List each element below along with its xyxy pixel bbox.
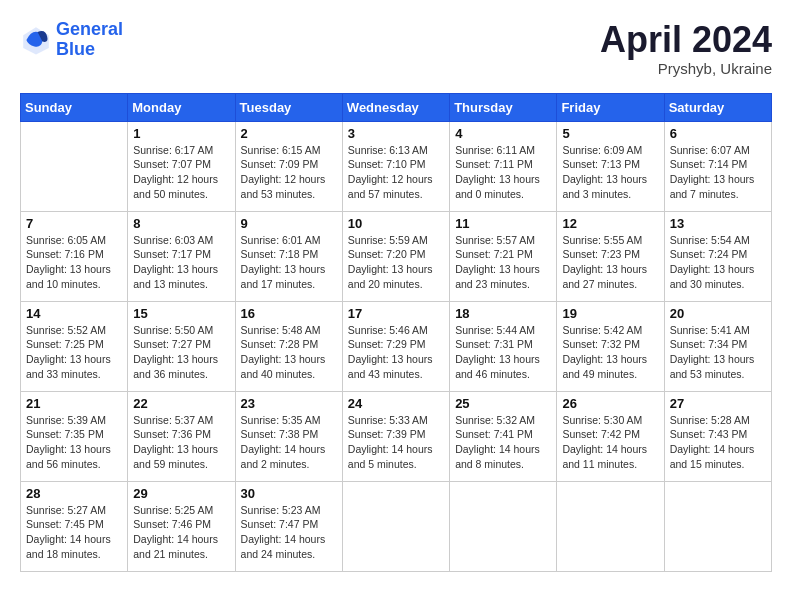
day-info: Sunrise: 5:59 AM Sunset: 7:20 PM Dayligh… (348, 233, 444, 292)
day-number: 28 (26, 486, 122, 501)
day-number: 14 (26, 306, 122, 321)
calendar-cell (342, 481, 449, 571)
day-number: 6 (670, 126, 766, 141)
day-number: 30 (241, 486, 337, 501)
day-number: 13 (670, 216, 766, 231)
calendar-cell: 24Sunrise: 5:33 AM Sunset: 7:39 PM Dayli… (342, 391, 449, 481)
day-info: Sunrise: 5:41 AM Sunset: 7:34 PM Dayligh… (670, 323, 766, 382)
calendar-cell (557, 481, 664, 571)
calendar-cell: 2Sunrise: 6:15 AM Sunset: 7:09 PM Daylig… (235, 121, 342, 211)
day-info: Sunrise: 5:46 AM Sunset: 7:29 PM Dayligh… (348, 323, 444, 382)
day-info: Sunrise: 5:33 AM Sunset: 7:39 PM Dayligh… (348, 413, 444, 472)
calendar-cell: 19Sunrise: 5:42 AM Sunset: 7:32 PM Dayli… (557, 301, 664, 391)
day-header-monday: Monday (128, 93, 235, 121)
calendar-cell: 3Sunrise: 6:13 AM Sunset: 7:10 PM Daylig… (342, 121, 449, 211)
day-header-thursday: Thursday (450, 93, 557, 121)
calendar-cell: 29Sunrise: 5:25 AM Sunset: 7:46 PM Dayli… (128, 481, 235, 571)
day-info: Sunrise: 5:23 AM Sunset: 7:47 PM Dayligh… (241, 503, 337, 562)
calendar-cell (664, 481, 771, 571)
day-info: Sunrise: 6:13 AM Sunset: 7:10 PM Dayligh… (348, 143, 444, 202)
calendar-cell: 25Sunrise: 5:32 AM Sunset: 7:41 PM Dayli… (450, 391, 557, 481)
day-number: 12 (562, 216, 658, 231)
day-number: 24 (348, 396, 444, 411)
day-number: 16 (241, 306, 337, 321)
calendar-cell: 4Sunrise: 6:11 AM Sunset: 7:11 PM Daylig… (450, 121, 557, 211)
day-info: Sunrise: 6:01 AM Sunset: 7:18 PM Dayligh… (241, 233, 337, 292)
day-info: Sunrise: 5:37 AM Sunset: 7:36 PM Dayligh… (133, 413, 229, 472)
day-number: 8 (133, 216, 229, 231)
day-number: 2 (241, 126, 337, 141)
day-number: 27 (670, 396, 766, 411)
logo-icon (20, 24, 52, 56)
calendar-cell: 27Sunrise: 5:28 AM Sunset: 7:43 PM Dayli… (664, 391, 771, 481)
day-number: 22 (133, 396, 229, 411)
calendar-cell: 23Sunrise: 5:35 AM Sunset: 7:38 PM Dayli… (235, 391, 342, 481)
day-number: 18 (455, 306, 551, 321)
logo-text: General Blue (56, 20, 123, 60)
day-number: 7 (26, 216, 122, 231)
calendar-cell: 15Sunrise: 5:50 AM Sunset: 7:27 PM Dayli… (128, 301, 235, 391)
day-info: Sunrise: 5:39 AM Sunset: 7:35 PM Dayligh… (26, 413, 122, 472)
day-number: 4 (455, 126, 551, 141)
day-info: Sunrise: 5:30 AM Sunset: 7:42 PM Dayligh… (562, 413, 658, 472)
calendar-cell: 5Sunrise: 6:09 AM Sunset: 7:13 PM Daylig… (557, 121, 664, 211)
day-info: Sunrise: 5:25 AM Sunset: 7:46 PM Dayligh… (133, 503, 229, 562)
day-info: Sunrise: 5:32 AM Sunset: 7:41 PM Dayligh… (455, 413, 551, 472)
calendar-cell: 28Sunrise: 5:27 AM Sunset: 7:45 PM Dayli… (21, 481, 128, 571)
logo: General Blue (20, 20, 123, 60)
calendar-header-row: SundayMondayTuesdayWednesdayThursdayFrid… (21, 93, 772, 121)
calendar-cell: 10Sunrise: 5:59 AM Sunset: 7:20 PM Dayli… (342, 211, 449, 301)
day-number: 19 (562, 306, 658, 321)
day-number: 21 (26, 396, 122, 411)
day-header-sunday: Sunday (21, 93, 128, 121)
page-header: General Blue April 2024 Pryshyb, Ukraine (20, 20, 772, 77)
calendar-cell: 6Sunrise: 6:07 AM Sunset: 7:14 PM Daylig… (664, 121, 771, 211)
calendar-cell: 17Sunrise: 5:46 AM Sunset: 7:29 PM Dayli… (342, 301, 449, 391)
day-number: 29 (133, 486, 229, 501)
week-row-2: 7Sunrise: 6:05 AM Sunset: 7:16 PM Daylig… (21, 211, 772, 301)
day-number: 20 (670, 306, 766, 321)
day-number: 17 (348, 306, 444, 321)
calendar-cell: 21Sunrise: 5:39 AM Sunset: 7:35 PM Dayli… (21, 391, 128, 481)
day-info: Sunrise: 5:52 AM Sunset: 7:25 PM Dayligh… (26, 323, 122, 382)
title-block: April 2024 Pryshyb, Ukraine (600, 20, 772, 77)
day-number: 23 (241, 396, 337, 411)
day-info: Sunrise: 6:17 AM Sunset: 7:07 PM Dayligh… (133, 143, 229, 202)
calendar-cell: 7Sunrise: 6:05 AM Sunset: 7:16 PM Daylig… (21, 211, 128, 301)
calendar-cell: 13Sunrise: 5:54 AM Sunset: 7:24 PM Dayli… (664, 211, 771, 301)
week-row-3: 14Sunrise: 5:52 AM Sunset: 7:25 PM Dayli… (21, 301, 772, 391)
day-number: 10 (348, 216, 444, 231)
day-info: Sunrise: 5:50 AM Sunset: 7:27 PM Dayligh… (133, 323, 229, 382)
day-number: 5 (562, 126, 658, 141)
day-header-saturday: Saturday (664, 93, 771, 121)
day-info: Sunrise: 5:42 AM Sunset: 7:32 PM Dayligh… (562, 323, 658, 382)
day-info: Sunrise: 5:48 AM Sunset: 7:28 PM Dayligh… (241, 323, 337, 382)
day-info: Sunrise: 5:27 AM Sunset: 7:45 PM Dayligh… (26, 503, 122, 562)
calendar-cell (21, 121, 128, 211)
calendar-table: SundayMondayTuesdayWednesdayThursdayFrid… (20, 93, 772, 572)
day-info: Sunrise: 6:11 AM Sunset: 7:11 PM Dayligh… (455, 143, 551, 202)
calendar-cell: 9Sunrise: 6:01 AM Sunset: 7:18 PM Daylig… (235, 211, 342, 301)
calendar-cell: 20Sunrise: 5:41 AM Sunset: 7:34 PM Dayli… (664, 301, 771, 391)
day-header-tuesday: Tuesday (235, 93, 342, 121)
day-number: 9 (241, 216, 337, 231)
day-info: Sunrise: 5:55 AM Sunset: 7:23 PM Dayligh… (562, 233, 658, 292)
day-info: Sunrise: 5:54 AM Sunset: 7:24 PM Dayligh… (670, 233, 766, 292)
week-row-1: 1Sunrise: 6:17 AM Sunset: 7:07 PM Daylig… (21, 121, 772, 211)
location-subtitle: Pryshyb, Ukraine (600, 60, 772, 77)
day-info: Sunrise: 6:15 AM Sunset: 7:09 PM Dayligh… (241, 143, 337, 202)
month-title: April 2024 (600, 20, 772, 60)
calendar-cell: 30Sunrise: 5:23 AM Sunset: 7:47 PM Dayli… (235, 481, 342, 571)
day-header-friday: Friday (557, 93, 664, 121)
calendar-cell: 18Sunrise: 5:44 AM Sunset: 7:31 PM Dayli… (450, 301, 557, 391)
day-info: Sunrise: 6:09 AM Sunset: 7:13 PM Dayligh… (562, 143, 658, 202)
day-number: 25 (455, 396, 551, 411)
day-info: Sunrise: 5:35 AM Sunset: 7:38 PM Dayligh… (241, 413, 337, 472)
day-number: 11 (455, 216, 551, 231)
day-number: 26 (562, 396, 658, 411)
day-info: Sunrise: 5:28 AM Sunset: 7:43 PM Dayligh… (670, 413, 766, 472)
day-number: 1 (133, 126, 229, 141)
day-info: Sunrise: 5:57 AM Sunset: 7:21 PM Dayligh… (455, 233, 551, 292)
week-row-4: 21Sunrise: 5:39 AM Sunset: 7:35 PM Dayli… (21, 391, 772, 481)
week-row-5: 28Sunrise: 5:27 AM Sunset: 7:45 PM Dayli… (21, 481, 772, 571)
